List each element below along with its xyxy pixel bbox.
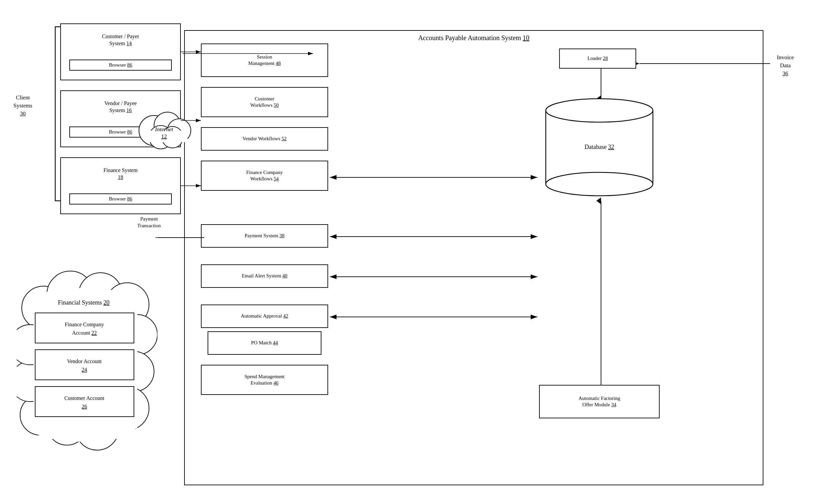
- connector-arrows: [7, 7, 824, 504]
- diagram-container: Accounts Payable Automation System 10 In…: [7, 7, 817, 499]
